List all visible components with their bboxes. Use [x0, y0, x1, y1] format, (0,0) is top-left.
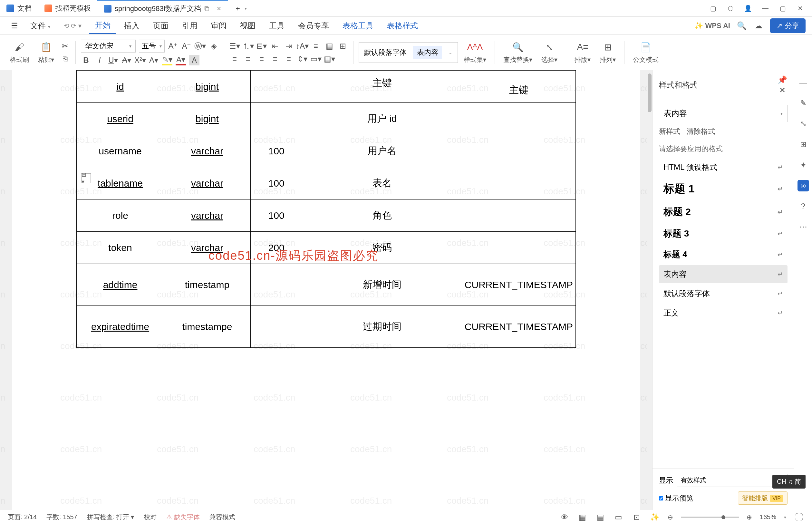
table-cell[interactable]: [250, 306, 302, 348]
font-color-icon[interactable]: A▾: [176, 55, 186, 65]
edge-sparkle-icon[interactable]: ✦: [797, 159, 809, 171]
line-spacing-icon[interactable]: ⇕▾: [297, 54, 308, 64]
table-cell[interactable]: timestampe: [164, 306, 251, 348]
table-cell[interactable]: 用户名: [302, 135, 462, 167]
status-words[interactable]: 字数: 1557: [46, 513, 77, 521]
search-icon[interactable]: 🔍: [736, 21, 747, 31]
table-cell[interactable]: addtime: [77, 264, 164, 306]
menu-reference[interactable]: 引用: [176, 18, 203, 33]
find-replace-group[interactable]: 🔍 查找替换▾: [500, 40, 535, 64]
outdent-icon[interactable]: ⇤: [270, 41, 280, 51]
select-group[interactable]: ⤡ 选择▾: [538, 40, 561, 64]
align-left-icon[interactable]: ≡: [229, 54, 240, 64]
menu-home[interactable]: 开始: [89, 17, 116, 34]
document-container[interactable]: ⊞ ▾ code51.cncode51.cncode51.cncode51.cn…: [0, 70, 652, 510]
style-selected[interactable]: 表内容: [413, 46, 442, 59]
official-mode-group[interactable]: 📄 公文模式: [630, 40, 662, 64]
bold-icon[interactable]: B: [81, 55, 91, 65]
status-view4-icon[interactable]: ⊡: [632, 512, 642, 522]
status-missing-font[interactable]: ⚠ 缺失字体: [166, 513, 200, 521]
format-painter-group[interactable]: 🖌 格式刷: [6, 40, 32, 64]
zoom-level[interactable]: 165%: [760, 513, 776, 521]
edge-link-icon[interactable]: ∞: [797, 180, 809, 192]
table-cell[interactable]: [462, 199, 576, 232]
table-cell[interactable]: role: [77, 199, 164, 232]
table-row[interactable]: tablenamevarchar100表名: [77, 167, 576, 199]
align-icon-1[interactable]: ≡: [311, 41, 321, 51]
menu-page[interactable]: 页面: [147, 18, 174, 33]
align-center-icon[interactable]: ≡: [243, 54, 253, 64]
gallery-expand-icon[interactable]: ⌄: [449, 50, 452, 55]
status-view3-icon[interactable]: ▭: [614, 512, 624, 522]
new-tab-button[interactable]: ＋ ▾: [228, 0, 253, 16]
menu-insert[interactable]: 插入: [118, 18, 145, 33]
cloud-icon[interactable]: ☁: [753, 21, 764, 31]
zoom-out-button[interactable]: ⊖: [668, 513, 673, 521]
close-icon[interactable]: ✕: [217, 5, 221, 12]
underline-icon[interactable]: U▾: [108, 55, 118, 65]
table-row[interactable]: rolevarchar100角色: [77, 199, 576, 232]
style-item[interactable]: 默认段落字体↵: [659, 284, 788, 302]
font-size-select[interactable]: 五号▾: [139, 39, 165, 52]
tab-docs[interactable]: 文档: [0, 0, 38, 16]
font-grow-icon[interactable]: A⁺: [168, 41, 178, 51]
table-row[interactable]: useridbigint用户 id: [77, 103, 576, 135]
bullet-list-icon[interactable]: ☰▾: [229, 41, 240, 51]
vertical-scrollbar[interactable]: [647, 70, 652, 510]
table-cell[interactable]: timestamp: [164, 264, 251, 306]
multilevel-icon[interactable]: ⊟▾: [256, 41, 267, 51]
table-cell[interactable]: varchar: [164, 167, 251, 199]
cut-icon[interactable]: ✂: [60, 41, 70, 51]
status-page[interactable]: 页面: 2/14: [8, 513, 37, 521]
preview-checkbox[interactable]: 显示预览: [659, 493, 693, 503]
edge-help-icon[interactable]: ?: [797, 200, 809, 212]
style-item[interactable]: 标题 3↵: [659, 224, 788, 244]
table-cell[interactable]: 密码: [302, 232, 462, 264]
table-cell[interactable]: 用户 id: [302, 103, 462, 135]
table-cell[interactable]: 100: [250, 135, 302, 167]
table-cell[interactable]: bigint: [164, 70, 251, 103]
table-cell[interactable]: varchar: [164, 199, 251, 232]
new-style-button[interactable]: 新样式: [659, 127, 680, 136]
style-item[interactable]: 标题 4↵: [659, 245, 788, 264]
menu-table-style[interactable]: 表格样式: [381, 18, 424, 33]
avatar[interactable]: 👤: [744, 4, 752, 12]
edge-pen-icon[interactable]: ✎: [797, 97, 809, 109]
edge-cursor-icon[interactable]: ⤡: [797, 118, 809, 130]
edge-minimize-icon[interactable]: —: [797, 77, 809, 88]
edge-grid-icon[interactable]: ⊞: [797, 138, 809, 150]
italic-icon[interactable]: I: [95, 55, 105, 65]
table-cell[interactable]: token: [77, 232, 164, 264]
table-cell[interactable]: varchar: [164, 232, 251, 264]
style-item[interactable]: 正文↵: [659, 304, 788, 322]
database-table[interactable]: idbigint主键主键useridbigint用户 idusernamevar…: [76, 70, 576, 348]
font-effect-icon[interactable]: A▾: [149, 55, 159, 65]
styleset-group[interactable]: AᴬA 样式集▾: [461, 40, 490, 64]
align-right-icon[interactable]: ≡: [256, 54, 267, 64]
table-cell[interactable]: 角色: [302, 199, 462, 232]
superscript-icon[interactable]: X²▾: [135, 55, 145, 65]
table-cell[interactable]: 主键: [302, 70, 462, 103]
font-shrink-icon[interactable]: A⁻: [181, 41, 192, 51]
font-name-select[interactable]: 华文仿宋▾: [81, 39, 136, 52]
menu-view[interactable]: 视图: [234, 18, 261, 33]
table-cell[interactable]: [250, 70, 302, 103]
clear-format-icon[interactable]: ◈: [209, 41, 219, 51]
minimize-button[interactable]: —: [761, 4, 769, 12]
sort-group[interactable]: ⊞ 排列▾: [596, 40, 619, 64]
align-justify-icon[interactable]: ≡: [270, 54, 280, 64]
phonetic-icon[interactable]: ⓦ▾: [195, 41, 205, 51]
style-item[interactable]: 标题 2↵: [659, 201, 788, 223]
table-cell[interactable]: [462, 135, 576, 167]
status-compat[interactable]: 兼容模式: [210, 513, 235, 521]
status-proof[interactable]: 校对: [144, 513, 156, 521]
chevron-down-icon[interactable]: ▾: [245, 6, 247, 11]
table-cell[interactable]: CURRENT_TIMESTAMP: [462, 264, 576, 306]
table-cell[interactable]: 新增时间: [302, 264, 462, 306]
hamburger-icon[interactable]: ☰: [6, 19, 22, 33]
file-menu[interactable]: 文件 ▾: [24, 18, 56, 33]
table-cell[interactable]: id: [77, 70, 164, 103]
smart-layout-button[interactable]: 智能排版VIP: [738, 491, 788, 505]
strike-icon[interactable]: A▾: [121, 55, 132, 65]
border-icon[interactable]: ▦▾: [324, 54, 334, 64]
